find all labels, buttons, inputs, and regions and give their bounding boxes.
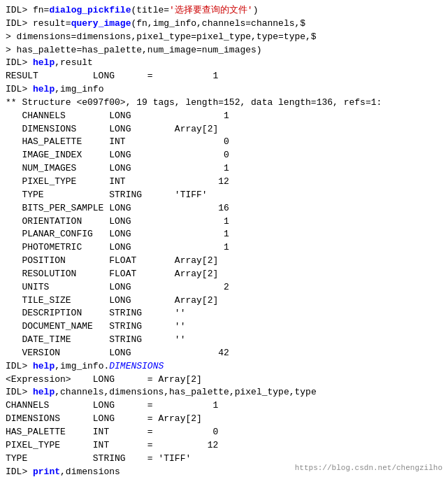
struct-image-index: IMAGE_INDEX LONG 0	[6, 149, 442, 162]
struct-has-palette: HAS_PALETTE INT 0	[6, 136, 442, 149]
struct-date-time: DATE_TIME STRING ''	[6, 334, 442, 347]
var-has-palette: HAS_PALETTE INT = 0	[6, 426, 442, 439]
line-8: ** Structure <e097f00>, 19 tags, length=…	[6, 97, 442, 110]
struct-channels: CHANNELS LONG 1	[6, 110, 442, 123]
struct-photometric: PHOTOMETRIC LONG 1	[6, 241, 442, 255]
line-1: IDL> fn=dialog_pickfile(title='选择要查询的文件'…	[6, 4, 442, 17]
struct-orientation: ORIENTATION LONG 1	[6, 215, 442, 229]
line-6: RESULT LONG = 1	[6, 70, 442, 83]
struct-dimensions: DIMENSIONS LONG Array[2]	[6, 123, 442, 136]
struct-resolution: RESOLUTION FLOAT Array[2]	[6, 268, 442, 281]
struct-description: DESCRIPTION STRING ''	[6, 307, 442, 320]
var-pixel-type: PIXEL_TYPE INT = 12	[6, 439, 442, 453]
line-help-dimensions: IDL> help,img_info.DIMENSIONS	[6, 360, 442, 373]
struct-type: TYPE STRING 'TIFF'	[6, 189, 442, 202]
terminal-window: IDL> fn=dialog_pickfile(title='选择要查询的文件'…	[0, 0, 448, 477]
struct-bits-per-sample: BITS_PER_SAMPLE LONG 16	[6, 202, 442, 215]
struct-position: POSITION FLOAT Array[2]	[6, 255, 442, 268]
var-dimensions: DIMENSIONS LONG = Array[2]	[6, 413, 442, 426]
var-channels: CHANNELS LONG = 1	[6, 399, 442, 413]
struct-num-images: NUM_IMAGES LONG 1	[6, 162, 442, 176]
struct-tile-size: TILE_SIZE LONG Array[2]	[6, 294, 442, 308]
line-3: > dimensions=dimensions,pixel_type=pixel…	[6, 31, 442, 44]
struct-pixel-type: PIXEL_TYPE INT 12	[6, 176, 442, 189]
watermark-url: https://blog.csdn.net/chengzilho	[295, 462, 442, 473]
line-help-channels: IDL> help,channels,dimensions,has_palett…	[6, 386, 442, 399]
struct-document-name: DOCUMENT_NAME STRING ''	[6, 320, 442, 334]
struct-units: UNITS LONG 2	[6, 281, 442, 294]
line-4: > has_palette=has_palette,num_image=num_…	[6, 44, 442, 57]
struct-planar-config: PLANAR_CONFIG LONG 1	[6, 228, 442, 241]
struct-version: VERSION LONG 42	[6, 347, 442, 360]
line-5: IDL> help,result	[6, 57, 442, 70]
line-7: IDL> help,img_info	[6, 83, 442, 97]
line-2: IDL> result=query_image(fn,img_info,chan…	[6, 17, 442, 31]
line-expr-dimensions: <Expression> LONG = Array[2]	[6, 373, 442, 387]
